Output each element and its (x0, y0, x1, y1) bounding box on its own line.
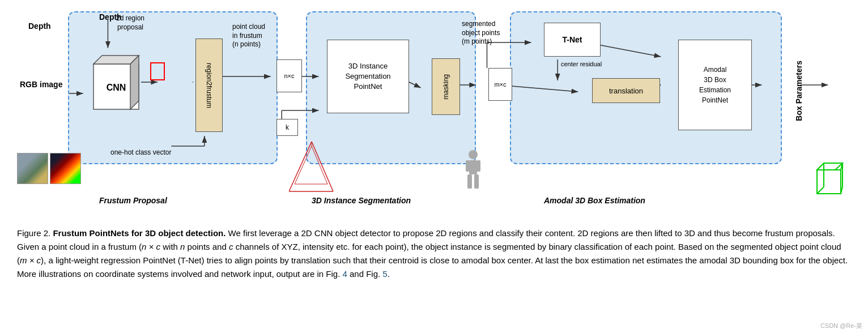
segmented-points-label: segmentedobject points(m points) (462, 20, 500, 46)
street-thumb (17, 153, 48, 184)
rgb-label: RGB image (20, 79, 62, 89)
svg-rect-34 (469, 160, 477, 174)
math4: m × c (20, 255, 41, 265)
svg-line-29 (295, 146, 312, 184)
nxc1-label: n×c (284, 72, 294, 79)
svg-text:CNN: CNN (107, 83, 126, 92)
caption-text2: with (160, 242, 180, 251)
caption-text3: points and (185, 242, 229, 251)
amodal-label: Amodal3D BoxEstimationPointNet (699, 65, 731, 105)
center-residual-label: center residual (561, 61, 602, 67)
watermark: CSDN @Re-菜 (820, 322, 862, 330)
masking-block: masking (432, 58, 460, 115)
nxc2-label: m×c (494, 81, 506, 88)
caption-title: Frustum PointNets for 3D object detectio… (53, 228, 225, 238)
svg-rect-35 (466, 160, 470, 172)
caption: Figure 2. Frustum PointNets for 3D objec… (11, 227, 857, 281)
region-indicator (150, 62, 165, 80)
svg-point-33 (469, 150, 478, 159)
svg-rect-36 (476, 160, 480, 172)
k-label: k (286, 123, 289, 131)
svg-rect-38 (474, 174, 479, 189)
k-block: k (276, 119, 298, 136)
masking-label: masking (442, 74, 450, 100)
caption-text5: ), a light-weight regression PointNet (T… (17, 255, 848, 279)
cnn-block: CNN (85, 50, 144, 115)
svg-marker-40 (817, 163, 843, 170)
person-shape (459, 150, 482, 190)
svg-rect-37 (467, 174, 472, 189)
frustum-shape (289, 142, 334, 193)
inst-seg-block: 3D InstanceSegmentationPointNet (327, 40, 409, 113)
svg-line-42 (817, 187, 824, 194)
rgb-text: RGB image (20, 80, 62, 89)
nxc2-block: m×c (488, 68, 512, 101)
tnet-block: T-Net (544, 23, 601, 57)
svg-marker-24 (130, 56, 139, 109)
svg-line-30 (312, 146, 327, 184)
box-params-label: Box Parameters (794, 61, 803, 121)
frustum-section-label: Frustum Proposal (99, 196, 167, 205)
amodal-section-label: Amodal 3D Box Estimation (544, 196, 645, 205)
point-cloud-label: point cloudin frustum(n points) (232, 23, 265, 49)
caption-text6: and Fig. (347, 269, 383, 279)
depth-text: Depth (99, 12, 122, 22)
translation-block: translation (592, 78, 660, 103)
diagram: Depth RGB image CNN 2d regionproposal re… (11, 6, 857, 221)
figure-number: Figure 2. (17, 228, 50, 238)
nxc1-block: n×c (276, 59, 302, 92)
box-params-wrapper: Box Parameters (785, 51, 813, 130)
green-3d-box (811, 159, 843, 193)
thumbnails (17, 153, 81, 184)
tnet-label: T-Net (563, 35, 582, 44)
fig5-link[interactable]: 5 (382, 269, 387, 279)
region2frustum-label: region2frustum (205, 62, 213, 108)
fig4-link[interactable]: 4 (342, 269, 347, 279)
amodal-block: Amodal3D BoxEstimationPointNet (678, 40, 752, 130)
segmentation-section-label: 3D Instance Segmentation (312, 196, 411, 205)
math1: n × c (142, 242, 160, 251)
lidar-thumb (50, 153, 81, 184)
inst-seg-label: 3D InstanceSegmentationPointNet (345, 61, 390, 92)
caption-text7: . (388, 269, 390, 279)
translation-label: translation (609, 87, 643, 95)
one-hot-label: one-hot class vector (110, 148, 171, 156)
depth-label: Depth (28, 22, 51, 31)
region2frustum-block: region2frustum (195, 39, 223, 132)
